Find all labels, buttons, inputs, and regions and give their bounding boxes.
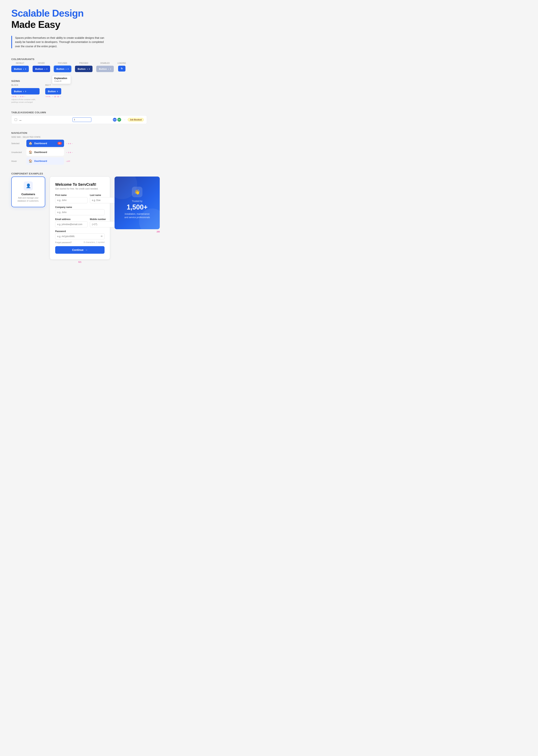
btn-disabled: Button › [96, 66, 114, 72]
nav-section: Navigation SIDE NAV - SELECTED STATE Sel… [11, 131, 527, 165]
table-mock: ... DJ David Jankelowitz CF Charles Free… [11, 116, 147, 124]
form-group-first-name: First name [55, 194, 87, 203]
password-wrap: 👁 [55, 233, 105, 239]
eye-icon[interactable]: 👁 [100, 235, 103, 238]
input-email[interactable] [55, 221, 87, 227]
nav-row-hover: Hover 🏠 Dashboard ↕ 177 [11, 157, 527, 165]
feature-card: 👤 Customers Add and manage your database… [11, 176, 45, 207]
nav-row-unselected: Unselected 🏠 Dashboard ← 1 4 → [11, 149, 527, 156]
btn-label-hover: HOVER [38, 62, 45, 64]
tooltip-title: Explanation [54, 77, 68, 80]
annot7: ← 12 [52, 96, 56, 98]
nav-annotations-unselected: ← 1 4 → [66, 152, 73, 153]
promo-icon-wrap: 👋 [132, 187, 142, 197]
btn-loading[interactable]: ↻ [118, 66, 126, 71]
forgot-password[interactable]: Forgot password? [55, 241, 72, 244]
annot-h1: ↕ 177 [66, 160, 70, 162]
nav-item-hover[interactable]: 🏠 Dashboard [27, 157, 64, 165]
nav-item-unselected[interactable]: 🏠 Dashboard [27, 149, 64, 156]
promo-desc: installation, maintenanceand service pro… [124, 212, 150, 219]
form-width-label: 621 [50, 261, 110, 263]
assignee-search-input[interactable] [73, 118, 91, 122]
btn-group-disabled: DISABLED Button › [96, 62, 114, 72]
tooltip: Explanation Cmd+R [52, 75, 71, 84]
arrow-icon: → [85, 249, 87, 252]
nav-section-title: Navigation [11, 131, 527, 134]
form-group-password: Password 👁 Forgot password? 8 characters… [55, 230, 105, 244]
promo-icon: 👋 [134, 189, 140, 195]
input-first-name[interactable] [55, 197, 87, 203]
btn-label-disabled: DISABLED [100, 62, 110, 64]
annot6: 8 ↓ [49, 96, 51, 98]
nav-annotations-hover: ↕ 177 [66, 160, 70, 162]
form-subtitle: Get started for free. No credit card nee… [55, 187, 105, 190]
avatar-2: CF [117, 118, 122, 122]
spacing-desc-block: Adjusts to fit the container width, padd… [11, 98, 39, 104]
hero-line2: Made Easy [11, 19, 527, 30]
btn-group-hover: HOVER Button › [32, 62, 50, 72]
avatar-1: DJ [112, 118, 117, 122]
nav-sub-title: SIDE NAV - SELECTED STATE [11, 136, 527, 138]
btn-block[interactable]: Button › [11, 88, 39, 94]
form-column: Welcome To ServCraft! Get started for fr… [50, 176, 110, 263]
input-company[interactable] [55, 209, 105, 215]
btn-rect[interactable]: Button [45, 88, 61, 94]
btn-group-focused: FOCUSED Button › Explanation Cmd+R [54, 62, 72, 72]
promo-card: 👋 Trusted by 1,500+ installation, mainte… [115, 176, 160, 229]
assignee-dropdown-wrap: DJ David Jankelowitz CF Charles Freedman… [73, 118, 110, 122]
avatar-group: DJ CF [112, 118, 122, 122]
card-section: Component Examples 👤 Customers Add and m… [11, 172, 527, 263]
btn-label-pressed: PRESSED [79, 62, 88, 64]
btn-group-default: DEFAULT Button › [11, 62, 29, 72]
label-email: Email address [55, 218, 87, 220]
sizing-title: Sizing [11, 80, 527, 82]
spacing-row: BLOCK Button › ↑ 4 8 ↓ ← 4 4 → Adjusts t… [11, 84, 527, 104]
table-section-title: TABLE/ASSIGNEE COLUMN [11, 111, 527, 114]
annot-s2: 4 → [70, 143, 73, 145]
spacing-sub-rect: RECT [45, 84, 61, 86]
hero-line1: Scalable Design [11, 8, 527, 19]
promo-width-label: 288 [115, 231, 160, 233]
btn-label-focused: FOCUSED [58, 62, 67, 64]
home-icon-selected: 🏠 [28, 142, 32, 145]
annot5: ↑ 4 [45, 96, 47, 98]
promo-trusted: Trusted by [132, 200, 142, 203]
card-section-title: Component Examples [11, 172, 527, 175]
btn-pressed[interactable]: Button › [75, 66, 92, 72]
password-footer: Forgot password? 8 characters, 1 symbol [55, 241, 105, 244]
btn-label-loading: LOADING [118, 62, 126, 64]
continue-button[interactable]: Continue → [55, 246, 105, 254]
form-row-password: Password 👁 Forgot password? 8 characters… [55, 230, 105, 244]
btn-hover[interactable]: Button › [32, 66, 50, 72]
accent-bar [11, 36, 12, 48]
table-row: ... DJ David Jankelowitz CF Charles Free… [12, 116, 147, 124]
form-row-company: Company name [55, 206, 105, 215]
btn-default[interactable]: Button › [11, 66, 29, 72]
checkbox[interactable] [15, 118, 17, 121]
left-column: 👤 Customers Add and manage your database… [11, 176, 45, 207]
nav-item-selected[interactable]: 🏠 Dashboard 4+ [27, 140, 64, 147]
hero-title: Scalable Design Made Easy [11, 8, 527, 30]
sizing-section: Sizing BLOCK Button › ↑ 4 8 ↓ ← 4 4 → Ad… [11, 80, 527, 104]
promo-count: 1,500+ [127, 203, 147, 211]
feature-card-desc: Add and manage your database of customer… [16, 197, 41, 202]
form-title: Welcome To ServCraft! [55, 182, 105, 187]
feature-card-icon: 👤 [24, 181, 33, 190]
button-row: DEFAULT Button › HOVER Button › FOCUSED … [11, 62, 527, 72]
label-password: Password [55, 230, 105, 233]
row-meta: ··· [124, 118, 126, 121]
label-company: Company name [55, 206, 105, 209]
input-password[interactable] [55, 233, 105, 239]
spacing-annotations-rect: ↑ 4 8 ↓ ← 12 12 → [45, 96, 61, 98]
spacing-annotations-block: ↑ 4 8 ↓ ← 4 4 → [11, 96, 39, 98]
annot-s1: ← 4 [66, 143, 69, 145]
form-row-contact: Email address Mobile number [55, 218, 105, 227]
home-icon-unselected: 🏠 [28, 150, 32, 154]
annot-u1: ← 1 [66, 152, 69, 153]
spacing-item-block: BLOCK Button › ↑ 4 8 ↓ ← 4 4 → Adjusts t… [11, 84, 39, 104]
nav-label-hover: Dashboard [34, 160, 47, 163]
btn-focused[interactable]: Button › [54, 66, 72, 72]
home-icon-hover: 🏠 [28, 159, 32, 163]
row-title: ... [20, 118, 70, 121]
button-variants-title: Color/variants [11, 58, 527, 61]
